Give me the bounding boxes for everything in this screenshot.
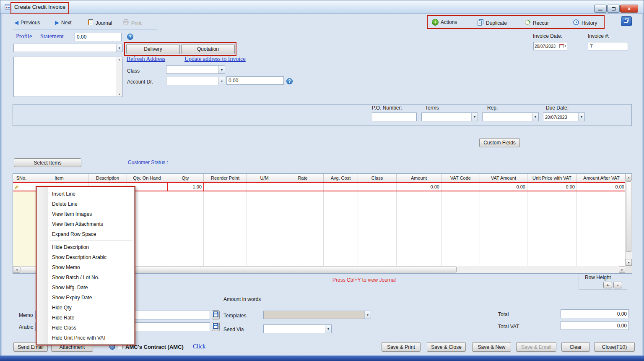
grid-column-header[interactable]: SNo. <box>13 174 30 182</box>
avg-cost-cell[interactable] <box>324 183 358 191</box>
save-new-button[interactable]: Save & New <box>472 342 511 352</box>
row-height-decrease-button[interactable]: - <box>613 282 622 288</box>
chevron-down-icon[interactable]: ▾ <box>116 44 122 52</box>
chevron-down-icon[interactable]: ▾ <box>325 325 331 333</box>
grid-column-header[interactable]: VAT Code <box>441 174 480 182</box>
scroll-down-icon[interactable]: ▼ <box>117 93 122 96</box>
context-menu-item[interactable]: Hide Class <box>37 323 134 333</box>
context-menu-item[interactable]: View Item Attachments <box>37 219 134 229</box>
grid-column-header[interactable]: Qty <box>167 174 204 182</box>
scroll-up-icon[interactable]: ▲ <box>626 174 632 180</box>
context-menu-item[interactable]: Show Description Arabic <box>37 252 134 262</box>
profile-select[interactable]: ▾ <box>13 44 123 52</box>
duplicate-button[interactable]: Duplicate <box>477 19 507 27</box>
scrollbar-thumb[interactable] <box>626 181 631 252</box>
class-cell[interactable] <box>358 183 397 191</box>
grid-column-header[interactable]: Item <box>30 174 88 182</box>
minimize-button[interactable] <box>594 5 607 13</box>
row-edit-cell[interactable] <box>13 183 30 191</box>
calendar-icon[interactable] <box>559 44 564 49</box>
arabic-save-button[interactable] <box>212 322 220 331</box>
close-button[interactable]: × <box>620 5 638 13</box>
statement-value-field[interactable]: 0.00 <box>75 33 122 41</box>
context-menu-item[interactable]: Hide Rate <box>37 313 134 323</box>
profile-link[interactable]: Profile <box>16 33 32 40</box>
context-menu-item[interactable]: Expand Row Space <box>37 229 134 239</box>
invoice-date-picker[interactable]: 20/07/2023 ▾ <box>533 42 567 50</box>
reccur-button[interactable]: Reccur <box>524 19 549 27</box>
grid-column-header[interactable]: Reorder Point <box>204 174 247 182</box>
custom-fields-button[interactable]: Custom Fields <box>479 138 520 147</box>
context-menu-item[interactable]: Delete Line <box>37 199 134 209</box>
print-button[interactable]: Print <box>122 19 142 27</box>
context-menu-item[interactable]: View Item Images <box>37 209 134 219</box>
delivery-button[interactable]: Delivery <box>126 44 180 54</box>
account-dr-select[interactable]: ▾ <box>166 77 225 85</box>
class-select[interactable]: ▾ <box>166 65 225 74</box>
chevron-down-icon[interactable]: ▾ <box>532 113 538 121</box>
grid-column-header[interactable]: Amount <box>397 174 441 182</box>
grid-column-header[interactable]: Description <box>88 174 127 182</box>
chevron-down-icon[interactable]: ▾ <box>578 113 584 121</box>
help-icon[interactable]: ? <box>127 34 133 40</box>
close-f10-button[interactable]: Close(F10) <box>594 342 635 352</box>
amc-click-link[interactable]: Click <box>193 343 205 350</box>
chevron-down-icon[interactable]: ▾ <box>471 113 478 121</box>
context-menu-item[interactable]: Hide Qty <box>37 303 134 313</box>
due-date-select[interactable]: 20/07/2023 ▾ <box>543 112 585 121</box>
account-dr-value-field[interactable]: 0.00 <box>226 76 284 85</box>
reorder-point-cell[interactable] <box>204 183 247 191</box>
help-icon[interactable]: ? <box>286 78 293 84</box>
chevron-down-icon[interactable]: ▾ <box>364 311 371 319</box>
journal-button[interactable]: Journal <box>87 19 112 27</box>
context-menu-item[interactable]: Show Batch / Lot No. <box>37 272 134 283</box>
unit-price-vat-cell[interactable]: 0.00 <box>527 183 577 191</box>
vat-amount-cell[interactable]: 0.00 <box>480 183 527 191</box>
scroll-down-icon[interactable]: ▼ <box>626 259 632 266</box>
templates-select[interactable]: ▾ <box>263 311 371 319</box>
row-height-increase-button[interactable]: + <box>603 282 612 288</box>
chevron-down-icon[interactable]: ▾ <box>218 66 225 73</box>
amount-after-vat-cell[interactable]: 0.00 <box>577 183 626 191</box>
invoice-number-field[interactable]: 7 <box>588 42 628 50</box>
save-email-button[interactable]: Save & Email <box>516 342 556 352</box>
grid-column-header[interactable]: Unit Price with VAT <box>527 174 577 182</box>
layout-button[interactable] <box>621 16 632 26</box>
context-menu-item[interactable]: Hide Unit Price with VAT <box>37 333 134 343</box>
save-print-button[interactable]: Save & Print <box>382 342 421 352</box>
context-menu-item[interactable]: Insert Line <box>37 189 134 199</box>
refresh-address-link[interactable]: Refresh Address <box>127 56 165 63</box>
grid-column-header[interactable]: Amount After VAT <box>577 174 626 182</box>
grid-column-header[interactable]: Qty. On Hand <box>127 174 167 182</box>
memo-save-button[interactable] <box>212 310 220 319</box>
grid-column-header[interactable]: Class <box>358 174 397 182</box>
save-close-button[interactable]: Save & Close <box>427 342 466 352</box>
grid-column-header[interactable]: VAT Amount <box>480 174 527 182</box>
clear-button[interactable]: Clear <box>561 342 590 352</box>
context-menu-item[interactable]: Hide Description <box>37 242 134 252</box>
history-button[interactable]: History <box>573 19 597 27</box>
po-number-input[interactable] <box>372 112 417 121</box>
grid-column-header[interactable]: U/M <box>247 174 282 182</box>
statement-link[interactable]: Statement <box>40 33 64 40</box>
um-cell[interactable] <box>247 183 282 191</box>
address-scrollbar[interactable]: ▲ ▼ <box>117 58 122 96</box>
address-textarea[interactable]: ▲ ▼ <box>13 57 123 97</box>
terms-select[interactable]: ▾ <box>421 112 478 121</box>
maximize-button[interactable] <box>607 5 620 13</box>
context-menu-item[interactable]: Show Memo <box>37 262 134 272</box>
rep-select[interactable]: ▾ <box>482 112 539 121</box>
qty-cell[interactable]: 1.00 <box>167 183 204 191</box>
actions-button[interactable]: + Actions <box>432 19 457 26</box>
quotation-button[interactable]: Quotation <box>181 44 235 54</box>
grid-column-header[interactable]: Rate <box>282 174 324 182</box>
amount-cell[interactable]: 0.00 <box>397 183 441 191</box>
previous-button[interactable]: ◀ Previous <box>14 19 40 26</box>
vat-code-cell[interactable] <box>441 183 480 191</box>
send-via-select[interactable]: ▾ <box>263 324 332 333</box>
grid-column-header[interactable]: Avg. Cost <box>324 174 358 182</box>
select-items-button[interactable]: Select Items <box>14 158 81 167</box>
context-menu-item[interactable]: Show Expiry Date <box>37 293 134 303</box>
update-address-link[interactable]: Update address to Invoice <box>184 56 246 63</box>
rate-cell[interactable] <box>282 183 324 191</box>
